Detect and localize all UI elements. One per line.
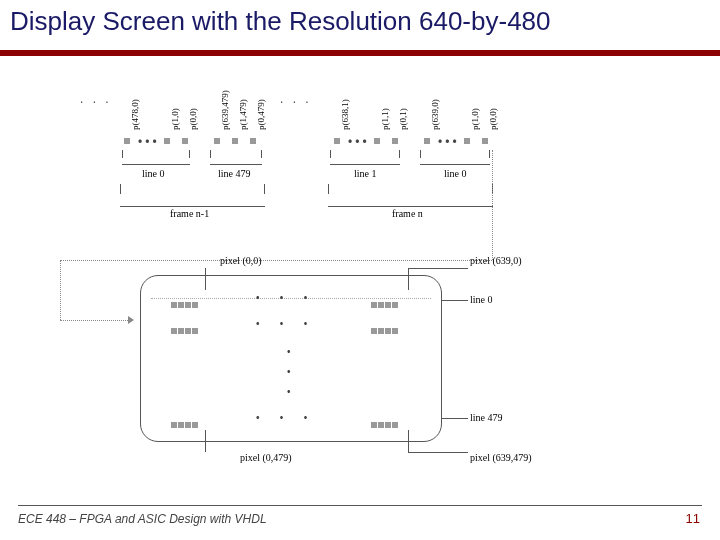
dotted-path — [60, 320, 130, 321]
callout-pixel-tr: pixel (639,0) — [470, 255, 522, 266]
title-underline — [0, 50, 720, 56]
dotted-path — [60, 260, 492, 261]
frame-label-right: frame n — [392, 208, 423, 219]
pixel-label: p(478,0) — [130, 99, 140, 130]
dots-vert: • — [287, 386, 294, 397]
leader-line — [205, 430, 206, 452]
pixel-label: p(0,0) — [188, 108, 198, 130]
pixel-sq — [214, 138, 220, 144]
callout-line-bottom: line 479 — [470, 412, 503, 423]
pixel-row-top — [371, 294, 399, 312]
pixel-label: p(1,0) — [470, 108, 480, 130]
pixel-label: p(1,0) — [170, 108, 180, 130]
pixel-timing-diagram: . . . p(478,0) ••• p(1,0) p(0,0) line 0 … — [110, 80, 630, 480]
dots-mid: . . . — [280, 92, 312, 106]
brace — [122, 150, 190, 165]
pixel-sq — [232, 138, 238, 144]
dotted-path — [492, 150, 493, 260]
callout-pixel-tl: pixel (0,0) — [220, 255, 262, 266]
leader-line — [205, 268, 206, 290]
leader-line — [408, 430, 409, 452]
pixel-sq — [464, 138, 470, 144]
pixel-row-top — [171, 294, 199, 312]
dots: • • • — [256, 318, 310, 329]
dotted-path — [60, 260, 61, 320]
pixel-label: p(639,479) — [220, 90, 230, 130]
leader-line — [408, 452, 468, 453]
leader-line — [442, 418, 468, 419]
pixel-label: p(639,0) — [430, 99, 440, 130]
pixel-sq — [250, 138, 256, 144]
callout-pixel-br: pixel (639,479) — [470, 452, 532, 463]
pixel-sq — [124, 138, 130, 144]
footer-rule — [18, 505, 702, 506]
pixel-sq — [424, 138, 430, 144]
dots-left: . . . — [80, 92, 112, 106]
pixel-label: p(1,479) — [238, 99, 248, 130]
dots: • • • — [256, 412, 310, 423]
pixel-row-bottom — [171, 414, 199, 432]
pixel-sq — [182, 138, 188, 144]
display-screen: • • • • • • • • • • • • — [140, 275, 442, 442]
line-label: line 0 — [142, 168, 165, 179]
line-label: line 1 — [354, 168, 377, 179]
pixel-label: p(1,1) — [380, 108, 390, 130]
page-number: 11 — [686, 511, 700, 526]
pixel-sq — [374, 138, 380, 144]
arrow-icon — [128, 316, 134, 324]
leader-line — [442, 300, 468, 301]
frame-brace-right — [328, 184, 493, 207]
frame-label-left: frame n-1 — [170, 208, 209, 219]
dots: ••• — [138, 135, 160, 149]
pixel-sq — [392, 138, 398, 144]
dots: ••• — [348, 135, 370, 149]
pixel-sq — [482, 138, 488, 144]
pixel-sq — [164, 138, 170, 144]
callout-pixel-bl: pixel (0,479) — [240, 452, 292, 463]
brace — [330, 150, 400, 165]
leader-line — [408, 268, 409, 290]
leader-line — [408, 268, 468, 269]
dots-vert: • — [287, 366, 294, 377]
pixel-row-bottom — [371, 414, 399, 432]
pixel-sq — [334, 138, 340, 144]
dots-vert: • — [287, 346, 294, 357]
footer-text: ECE 448 – FPGA and ASIC Design with VHDL — [18, 512, 267, 526]
brace — [210, 150, 262, 165]
line-label: line 479 — [218, 168, 251, 179]
pixel-label: p(0,0) — [488, 108, 498, 130]
dots: ••• — [438, 135, 460, 149]
pixel-row — [171, 320, 199, 338]
dots: • • • — [256, 292, 310, 303]
brace — [420, 150, 490, 165]
pixel-label: p(638,1) — [340, 99, 350, 130]
frame-brace-left — [120, 184, 265, 207]
pixel-row — [371, 320, 399, 338]
pixel-label: p(0,1) — [398, 108, 408, 130]
slide-title: Display Screen with the Resolution 640-b… — [10, 6, 551, 37]
line-label: line 0 — [444, 168, 467, 179]
pixel-label: p(0,479) — [256, 99, 266, 130]
callout-line-top: line 0 — [470, 294, 493, 305]
